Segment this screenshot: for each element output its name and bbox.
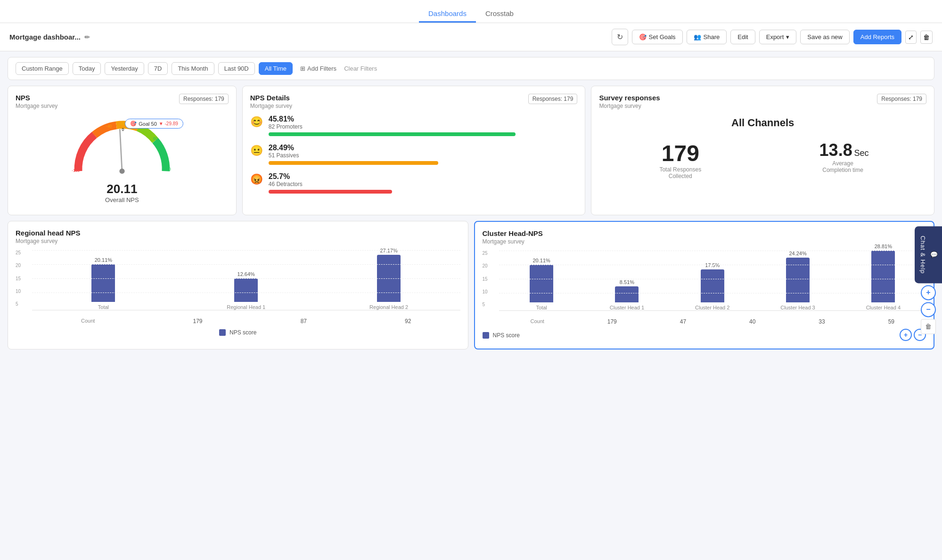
promoters-bar xyxy=(269,132,516,136)
cluster-bar-total: 20.11% Total xyxy=(499,258,584,310)
cluster-chart-footer: Count 179 47 40 33 59 xyxy=(483,318,926,325)
regional-bar-rh2: 27.17% Regional Head 2 xyxy=(318,248,460,310)
cluster-legend: NPS score xyxy=(483,332,520,339)
cluster-bar-ch2-rect xyxy=(701,269,724,302)
refresh-button[interactable]: ↻ xyxy=(612,29,628,45)
export-button[interactable]: Export ▾ xyxy=(759,30,797,44)
nps-details-items: 😊 45.81% 82 Promoters 😐 28.49% 51 Passiv… xyxy=(250,115,578,194)
regional-nps-title: Regional head NPS xyxy=(16,229,81,237)
save-as-new-button[interactable]: Save as new xyxy=(800,30,849,44)
regional-nps-header: Regional head NPS Mortgage survey xyxy=(16,229,460,244)
nps-promoters-item: 😊 45.81% 82 Promoters xyxy=(250,115,578,136)
filter-bar: Custom Range Today Yesterday 7D This Mon… xyxy=(8,57,934,80)
cluster-nps-title: Cluster Head-NPS xyxy=(483,229,543,237)
delete-button[interactable]: 🗑 xyxy=(920,31,933,44)
cluster-bar-ch3-rect xyxy=(786,258,810,302)
set-goals-button[interactable]: 🎯 Set Goals xyxy=(632,30,683,44)
svg-text:100: 100 xyxy=(164,167,171,171)
filter-yesterday[interactable]: Yesterday xyxy=(105,62,144,75)
total-responses-stat: 179 Total Responses Collected xyxy=(657,140,704,179)
filter-all-time[interactable]: All Time xyxy=(259,62,293,75)
detractors-desc: 46 Detractors xyxy=(269,181,578,187)
filter-today[interactable]: Today xyxy=(73,62,101,75)
cluster-y-labels: 25 20 15 10 5 xyxy=(483,251,488,307)
svg-text:80: 80 xyxy=(160,149,165,154)
add-filters-button[interactable]: ⊞ Add Filters xyxy=(300,65,336,72)
regional-head-nps-card: Regional head NPS Mortgage survey 25 20 … xyxy=(8,221,468,349)
cluster-bar-ch4: 28.81% Cluster Head 4 xyxy=(841,243,926,310)
gauge-wrapper: 🎯 Goal 50 ▼ -29.89 xyxy=(66,119,179,180)
regional-bar-rh1: 12.64% Regional Head 1 xyxy=(175,271,318,310)
regional-chart-area: 25 20 15 10 5 20.11% xyxy=(16,250,460,314)
nps-details-subtitle: Mortgage survey xyxy=(250,103,292,109)
filter-7d[interactable]: 7D xyxy=(148,62,168,75)
cluster-bar-ch3: 24.24% Cluster Head 3 xyxy=(755,251,840,310)
nps-value: 20.11 xyxy=(106,182,137,196)
goal-icon: 🎯 xyxy=(130,121,137,127)
detractors-percent: 25.7% xyxy=(269,172,578,181)
total-responses-value: 179 xyxy=(657,140,704,166)
top-navigation: Dashboards Crosstab xyxy=(0,0,942,23)
dashboard-title-container: Mortgage dashboar... ✏ xyxy=(9,33,608,41)
promoters-desc: 82 Promoters xyxy=(269,123,578,130)
expand-button[interactable]: ⤢ xyxy=(905,31,917,44)
chat-help-sidebar[interactable]: 💬 Chat & Help + − 🗑 xyxy=(915,226,942,334)
svg-text:-80: -80 xyxy=(80,148,85,153)
dashboard-title: Mortgage dashboar... xyxy=(9,33,81,41)
survey-responses-header: Survey responses Mortgage survey Respons… xyxy=(599,94,926,109)
cluster-bar-ch2: 17.5% Cluster Head 2 xyxy=(670,262,755,310)
promoters-icon: 😊 xyxy=(250,116,263,128)
tab-crosstab[interactable]: Crosstab xyxy=(476,6,523,23)
regional-bar-rh1-rect xyxy=(234,278,258,302)
cluster-chart-area: 25 20 15 10 5 20.11% xyxy=(483,251,926,315)
nps-details-responses-badge: Responses: 179 xyxy=(528,94,578,104)
svg-text:60: 60 xyxy=(153,136,158,141)
tab-dashboards[interactable]: Dashboards xyxy=(419,6,476,23)
nps-title: NPS xyxy=(16,94,57,102)
clear-filters-button[interactable]: Clear Filters xyxy=(344,65,377,72)
nps-details-title: NPS Details xyxy=(250,94,292,102)
survey-stats: 179 Total Responses Collected 13.8 Sec A… xyxy=(599,140,926,179)
survey-responses-badge: Responses: 179 xyxy=(877,94,926,104)
svg-point-12 xyxy=(119,169,124,174)
sidebar-plus-button[interactable]: + xyxy=(921,285,936,300)
cluster-bar-ch4-rect xyxy=(871,251,895,302)
add-reports-button[interactable]: Add Reports xyxy=(853,30,901,44)
cluster-bar-total-rect xyxy=(530,265,553,302)
nps-responses-badge: Responses: 179 xyxy=(179,94,229,104)
nps-detractors-item: 😡 25.7% 46 Detractors xyxy=(250,172,578,194)
chat-help-button[interactable]: 💬 Chat & Help xyxy=(915,226,942,283)
sidebar-actions: + − 🗑 xyxy=(921,285,936,334)
cluster-nps-header: Cluster Head-NPS Mortgage survey ••• xyxy=(483,229,926,245)
filter-this-month[interactable]: This Month xyxy=(172,62,214,75)
nps-details-card: NPS Details Mortgage survey Responses: 1… xyxy=(242,86,586,215)
detractors-icon: 😡 xyxy=(250,173,263,186)
goal-diff: ▼ -29.89 xyxy=(159,121,178,126)
edit-title-icon[interactable]: ✏ xyxy=(84,33,90,41)
sidebar-trash-button[interactable]: 🗑 xyxy=(921,319,936,334)
survey-responses-subtitle: Mortgage survey xyxy=(599,103,660,109)
survey-responses-title: Survey responses xyxy=(599,94,660,102)
nps-passives-item: 😐 28.49% 51 Passives xyxy=(250,144,578,165)
filter-icon: ⊞ xyxy=(300,65,305,72)
filter-last-90d[interactable]: Last 90D xyxy=(218,62,255,75)
cluster-bars: 20.11% Total 8.51% Cluster Head 1 17.5% … xyxy=(499,254,926,311)
filter-custom-range[interactable]: Custom Range xyxy=(16,62,69,75)
nps-details-header: NPS Details Mortgage survey Responses: 1… xyxy=(250,94,578,109)
regional-legend-label: NPS score xyxy=(229,329,256,336)
regional-bar-total: 20.11% Total xyxy=(32,257,175,310)
chat-icon: 💬 xyxy=(930,251,937,259)
main-content: NPS Mortgage survey Responses: 179 🎯 Goa… xyxy=(0,86,942,357)
edit-button[interactable]: Edit xyxy=(730,30,755,44)
regional-chart-footer: Count 179 87 92 xyxy=(16,318,460,325)
share-button[interactable]: 👥 Share xyxy=(687,30,727,44)
nps-gauge-container: 🎯 Goal 50 ▼ -29.89 xyxy=(16,115,229,207)
regional-bar-rh2-rect xyxy=(377,255,401,302)
goal-badge: 🎯 Goal 50 ▼ -29.89 xyxy=(125,119,183,129)
avg-time-label: Average Completion time xyxy=(819,160,867,173)
nps-card: NPS Mortgage survey Responses: 179 🎯 Goa… xyxy=(8,86,237,215)
goals-icon: 🎯 xyxy=(639,33,647,41)
cluster-bar-ch1: 8.51% Cluster Head 1 xyxy=(584,279,670,310)
sidebar-minus-button[interactable]: − xyxy=(921,302,936,317)
zoom-in-button[interactable]: + xyxy=(900,329,912,341)
